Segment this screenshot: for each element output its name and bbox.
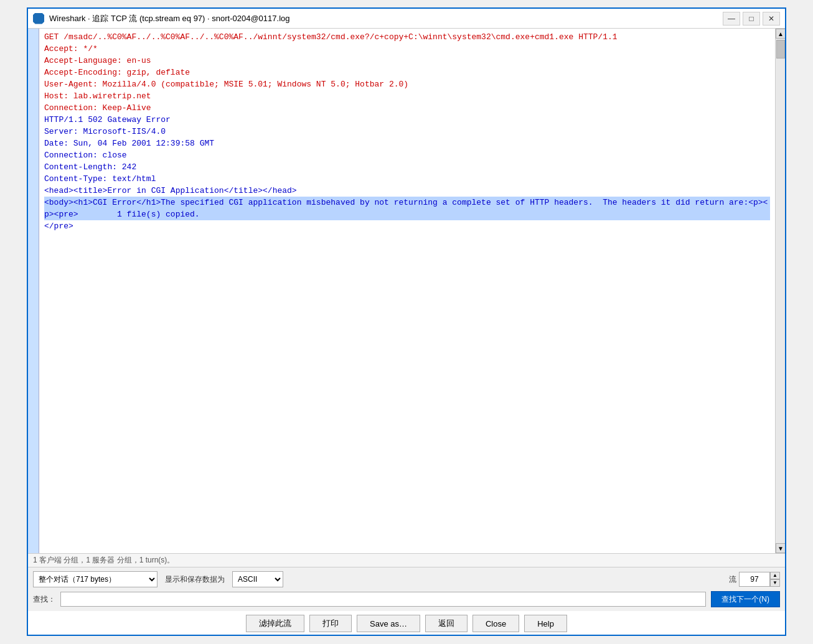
stream-down-button[interactable]: ▼ bbox=[770, 579, 780, 587]
content-area: GET /msadc/..%C0%AF../..%C0%AF../..%C0%A… bbox=[28, 29, 785, 553]
stream-control: 流 ▲ ▼ bbox=[729, 572, 780, 587]
stream-label: 流 bbox=[729, 574, 736, 585]
display-format-select[interactable]: ASCII bbox=[232, 571, 283, 587]
status-bar: 1 客户端 分组，1 服务器 分组，1 turn(s)。 bbox=[28, 553, 785, 567]
filter-stream-button[interactable]: 滤掉此流 bbox=[246, 615, 304, 632]
scroll-track[interactable] bbox=[776, 39, 785, 543]
main-window: Wireshark · 追踪 TCP 流 (tcp.stream eq 97) … bbox=[27, 7, 786, 636]
line-num-3 bbox=[28, 54, 39, 65]
bottom-controls: 整个对话（717 bytes） 显示和保存数据为 ASCII 流 ▲ ▼ 查找： bbox=[28, 567, 785, 611]
back-button[interactable]: 返回 bbox=[425, 615, 468, 632]
scroll-down-button[interactable]: ▼ bbox=[776, 543, 785, 553]
stream-spinner: ▲ ▼ bbox=[770, 572, 780, 587]
display-save-label: 显示和保存数据为 bbox=[165, 574, 225, 585]
find-next-button[interactable]: 查找下一个(N) bbox=[711, 591, 780, 607]
line-num-4 bbox=[28, 65, 39, 77]
save-as-button[interactable]: Save as… bbox=[357, 615, 420, 632]
conversation-select[interactable]: 整个对话（717 bytes） bbox=[33, 571, 157, 587]
search-label: 查找： bbox=[33, 594, 55, 605]
minimize-button[interactable]: — bbox=[723, 12, 740, 26]
close-button[interactable]: Close bbox=[472, 615, 519, 632]
scroll-thumb[interactable] bbox=[776, 40, 785, 58]
line-num-2 bbox=[28, 42, 39, 54]
bottom-buttons-row: 滤掉此流 打印 Save as… 返回 Close Help bbox=[28, 611, 785, 635]
close-window-button[interactable]: ✕ bbox=[763, 12, 780, 26]
line-numbers bbox=[28, 29, 39, 553]
status-text: 1 客户端 分组，1 服务器 分组，1 turn(s)。 bbox=[33, 555, 174, 566]
bottom-row1: 整个对话（717 bytes） 显示和保存数据为 ASCII 流 ▲ ▼ bbox=[33, 571, 780, 587]
conversation-dropdown-wrapper: 整个对话（717 bytes） bbox=[33, 571, 157, 587]
maximize-button[interactable]: □ bbox=[743, 12, 760, 26]
line-num-5 bbox=[28, 77, 39, 89]
vertical-scrollbar[interactable]: ▲ ▼ bbox=[775, 29, 785, 553]
display-format-wrapper: ASCII bbox=[232, 571, 283, 587]
print-button[interactable]: 打印 bbox=[309, 615, 352, 632]
search-input[interactable] bbox=[60, 592, 706, 607]
stream-text: GET /msadc/..%C0%AF../..%C0%AF../..%C0%A… bbox=[44, 31, 770, 232]
line-num-1 bbox=[28, 30, 39, 42]
wireshark-icon bbox=[33, 13, 44, 24]
stream-number-input[interactable] bbox=[739, 572, 770, 587]
main-content: GET /msadc/..%C0%AF../..%C0%AF../..%C0%A… bbox=[39, 29, 775, 553]
help-button[interactable]: Help bbox=[524, 615, 567, 632]
titlebar-left: Wireshark · 追踪 TCP 流 (tcp.stream eq 97) … bbox=[33, 13, 290, 24]
line-num-6 bbox=[28, 89, 39, 101]
stream-up-button[interactable]: ▲ bbox=[770, 572, 780, 579]
window-title: Wireshark · 追踪 TCP 流 (tcp.stream eq 97) … bbox=[49, 13, 290, 24]
titlebar-controls: — □ ✕ bbox=[723, 12, 780, 26]
titlebar: Wireshark · 追踪 TCP 流 (tcp.stream eq 97) … bbox=[28, 9, 785, 29]
search-row: 查找： 查找下一个(N) bbox=[33, 591, 780, 607]
scroll-up-button[interactable]: ▲ bbox=[776, 29, 785, 39]
tcp-stream-content[interactable]: GET /msadc/..%C0%AF../..%C0%AF../..%C0%A… bbox=[39, 29, 775, 553]
